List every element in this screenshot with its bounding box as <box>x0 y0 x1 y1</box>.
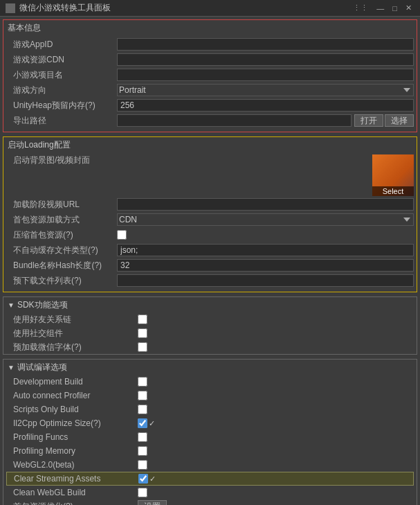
no-cache-types-label: 不自动缓存文件类型(?) <box>6 245 117 256</box>
project-name-row: 小游戏项目名 <box>6 68 414 82</box>
compress-first-pack-checkbox[interactable] <box>117 230 127 240</box>
preload-font-label: 预加载微信字体(?) <box>13 342 138 353</box>
preload-files-label: 预下载文件列表(?) <box>6 275 117 287</box>
first-pack-method-select[interactable]: CDN 本地 <box>117 213 414 226</box>
preload-files-row: 预下载文件列表(?) <box>6 274 414 287</box>
auto-connect-profiler-label: Auto connect Profiler <box>13 391 138 400</box>
preload-files-input[interactable] <box>117 274 414 287</box>
video-url-input[interactable] <box>117 198 414 211</box>
maximize-button[interactable]: □ <box>390 3 400 13</box>
compress-first-pack-row: 压缩首包资源(?) <box>6 228 414 242</box>
bg-image-label: 启动背景图/视频封面 <box>6 154 117 166</box>
open-button[interactable]: 打开 <box>354 114 383 127</box>
social-widget-label: 使用社交组件 <box>13 328 138 339</box>
clean-webgl-build-row: Clean WebGL Build <box>6 486 414 499</box>
debug-title: ▼ 调试编译选项 <box>3 360 417 375</box>
project-name-label: 小游戏项目名 <box>6 69 117 81</box>
scripts-only-build-checkbox[interactable] <box>138 405 147 414</box>
webgl2-checkbox[interactable] <box>138 460 147 470</box>
clear-streaming-assets-checkbox[interactable] <box>138 474 148 484</box>
app-id-row: 游戏AppID <box>6 37 414 51</box>
scripts-only-build-row: Scripts Only Build <box>6 402 414 416</box>
profiling-funcs-row: Profiling Funcs <box>6 430 414 444</box>
il2cpp-check-mark: ✓ <box>149 419 155 428</box>
project-name-input[interactable] <box>117 69 414 81</box>
orientation-select[interactable]: Portrait Landscape <box>117 84 414 96</box>
export-path-buttons: 打开 选择 <box>354 114 414 127</box>
bundle-hash-label: Bundle名称Hash长度(?) <box>6 260 117 272</box>
heap-row: UnityHeap预留内存(?) <box>6 98 414 112</box>
cdn-input[interactable] <box>117 53 414 66</box>
dev-build-label: Development Build <box>13 377 138 387</box>
menu-dots-icon[interactable]: ⋮⋮ <box>350 3 371 13</box>
dev-build-checkbox[interactable] <box>138 377 147 387</box>
panel-icon <box>6 3 15 13</box>
webgl2-row: WebGL2.0(beta) <box>6 458 414 472</box>
basic-info-content: 游戏AppID 游戏资源CDN 小游戏项目名 游戏方向 Portrait Lan… <box>3 36 417 132</box>
il2cpp-optimize-label: Il2Cpp Optimize Size(?) <box>13 418 138 428</box>
bundle-hash-input[interactable] <box>117 259 414 272</box>
profiling-memory-checkbox[interactable] <box>138 446 147 456</box>
no-cache-types-input[interactable] <box>117 244 414 256</box>
close-button[interactable]: ✕ <box>403 3 414 13</box>
social-widget-checkbox[interactable] <box>138 328 147 338</box>
window-title: 微信小游戏转换工具面板 <box>19 2 111 14</box>
debug-title-text: 调试编译选项 <box>17 362 67 373</box>
orientation-row: 游戏方向 Portrait Landscape <box>6 83 414 97</box>
first-pack-method-row: 首包资源加载方式 CDN 本地 <box>6 213 414 227</box>
select-button[interactable]: 选择 <box>385 114 414 127</box>
clean-webgl-build-checkbox[interactable] <box>138 488 147 497</box>
friend-chain-label: 使用好友关系链 <box>13 314 138 326</box>
sdk-section: ▼ SDK功能选项 使用好友关系链 使用社交组件 预加载微信字体(?) <box>3 296 417 355</box>
social-widget-row: 使用社交组件 <box>6 326 414 340</box>
friend-chain-row: 使用好友关系链 <box>6 312 414 326</box>
heap-input[interactable] <box>117 99 414 112</box>
video-url-row: 加载阶段视频URL <box>6 197 414 211</box>
profiling-funcs-checkbox[interactable] <box>138 432 147 442</box>
clear-streaming-assets-row: Clear Streaming Assets ✓ <box>6 472 414 486</box>
video-url-label: 加载阶段视频URL <box>6 199 117 211</box>
friend-chain-checkbox[interactable] <box>138 314 147 324</box>
basic-info-section: 基本信息 游戏AppID 游戏资源CDN 小游戏项目名 游戏方向 Portrai… <box>3 19 417 132</box>
profiling-memory-row: Profiling Memory <box>6 444 414 458</box>
profiling-funcs-label: Profiling Funcs <box>13 432 138 442</box>
profiling-memory-label: Profiling Memory <box>13 446 138 456</box>
clear-streaming-check-mark: ✓ <box>149 475 156 484</box>
app-id-input[interactable] <box>117 38 414 51</box>
il2cpp-optimize-checkbox[interactable] <box>138 418 147 428</box>
preload-font-row: 预加载微信字体(?) <box>6 340 414 354</box>
title-bar: 微信小游戏转换工具面板 ⋮⋮ — □ ✕ <box>0 0 420 17</box>
minimize-button[interactable]: — <box>374 3 387 13</box>
export-path-label: 导出路径 <box>6 115 117 127</box>
loading-section: 启动Loading配置 启动背景图/视频封面 Select 加载阶段视频URL … <box>3 136 417 292</box>
no-cache-types-row: 不自动缓存文件类型(?) <box>6 243 414 257</box>
cdn-label: 游戏资源CDN <box>6 54 117 66</box>
export-path-row: 导出路径 打开 选择 <box>6 114 414 127</box>
first-pack-optimize-row: 首包资源优化(?) 设置 <box>6 499 414 505</box>
bg-image-thumb[interactable]: Select <box>372 154 414 196</box>
sdk-arrow-icon: ▼ <box>8 301 15 309</box>
il2cpp-optimize-row: Il2Cpp Optimize Size(?) ✓ <box>6 416 414 430</box>
settings-button[interactable]: 设置 <box>138 500 167 505</box>
app-id-label: 游戏AppID <box>6 39 117 51</box>
sdk-content: 使用好友关系链 使用社交组件 预加载微信字体(?) <box>3 312 417 354</box>
clear-streaming-assets-label: Clear Streaming Assets <box>14 474 138 484</box>
clean-webgl-build-label: Clean WebGL Build <box>13 488 138 497</box>
debug-content: Development Build Auto connect Profiler … <box>3 375 417 505</box>
first-pack-method-label: 首包资源加载方式 <box>6 214 117 226</box>
sdk-title-text: SDK功能选项 <box>17 299 68 311</box>
cdn-row: 游戏资源CDN <box>6 53 414 67</box>
image-select-label: Select <box>372 186 414 196</box>
loading-content: 启动背景图/视频封面 Select 加载阶段视频URL 首包资源加载方式 CDN… <box>3 153 417 292</box>
dev-build-row: Development Build <box>6 375 414 389</box>
loading-title: 启动Loading配置 <box>3 137 417 153</box>
debug-section: ▼ 调试编译选项 Development Build Auto connect … <box>3 359 417 505</box>
preload-font-checkbox[interactable] <box>138 342 147 352</box>
compress-first-pack-label: 压缩首包资源(?) <box>6 229 117 241</box>
export-path-input[interactable] <box>117 114 351 127</box>
auto-connect-profiler-checkbox[interactable] <box>138 391 147 400</box>
basic-info-title: 基本信息 <box>3 20 417 36</box>
auto-connect-profiler-row: Auto connect Profiler <box>6 389 414 402</box>
orientation-label: 游戏方向 <box>6 85 117 96</box>
bundle-hash-row: Bundle名称Hash长度(?) <box>6 258 414 272</box>
